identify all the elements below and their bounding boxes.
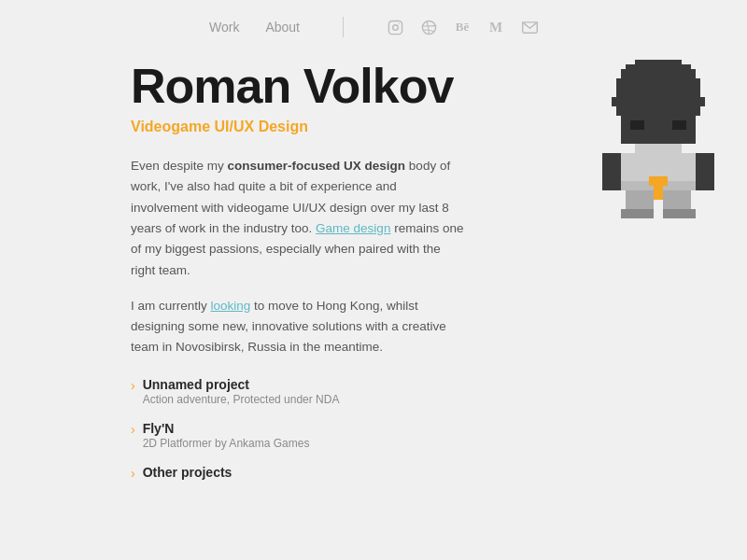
project-info: Other projects [143, 465, 233, 480]
svg-rect-14 [621, 130, 696, 144]
email-icon[interactable] [521, 19, 538, 35]
navbar: Work About Bē [0, 0, 747, 50]
description-1: Even despite my consumer-focused UX desi… [131, 156, 467, 281]
looking-link[interactable]: looking [211, 299, 251, 313]
subtitle: Videogame UI/UX Design [131, 119, 654, 135]
svg-rect-5 [635, 60, 682, 64]
projects-list: › Unnamed project Action adventure, Prot… [131, 377, 654, 481]
project-sub: Action adventure, Protected under NDA [143, 393, 340, 406]
svg-rect-13 [672, 120, 686, 130]
svg-rect-22 [663, 190, 691, 209]
svg-rect-16 [621, 153, 696, 162]
game-design-link[interactable]: Game design [316, 221, 390, 235]
svg-rect-6 [626, 64, 691, 69]
svg-rect-0 [388, 21, 402, 34]
project-info: Unnamed project Action adventure, Protec… [143, 377, 340, 406]
project-item[interactable]: › Other projects [131, 465, 654, 481]
project-name: Other projects [143, 465, 233, 480]
nav-links: Work About Bē [209, 17, 538, 37]
chevron-right-icon: › [131, 422, 135, 437]
svg-rect-7 [621, 69, 696, 78]
project-item[interactable]: › Fly'N 2D Platformer by Ankama Games [131, 421, 654, 450]
svg-rect-26 [696, 153, 714, 190]
svg-rect-19 [649, 176, 668, 186]
project-sub: 2D Platformer by Ankama Games [143, 437, 310, 450]
dribbble-icon[interactable] [420, 19, 437, 35]
bold-text: consumer-focused UX design [228, 159, 406, 173]
svg-rect-25 [602, 153, 621, 190]
page-title: Roman Volkov [131, 60, 654, 113]
medium-icon[interactable]: M [487, 19, 504, 35]
svg-rect-15 [635, 144, 682, 153]
svg-rect-21 [626, 190, 654, 209]
main-content: Roman Volkov Videogame UI/UX Design Even… [0, 50, 747, 496]
project-name: Unnamed project [143, 377, 340, 392]
project-item[interactable]: › Unnamed project Action adventure, Prot… [131, 377, 654, 406]
chevron-right-icon: › [131, 378, 135, 393]
chevron-right-icon: › [131, 466, 135, 481]
nav-about[interactable]: About [265, 20, 300, 35]
project-name: Fly'N [143, 421, 310, 436]
svg-rect-12 [630, 120, 644, 130]
content-left: Roman Volkov Videogame UI/UX Design Even… [131, 60, 654, 496]
nav-icons: Bē M [387, 19, 538, 35]
instagram-icon[interactable] [387, 19, 403, 35]
svg-rect-20 [654, 186, 663, 200]
nav-work[interactable]: Work [209, 20, 239, 35]
svg-rect-10 [616, 106, 700, 116]
pixel-art-character [598, 60, 719, 237]
svg-rect-23 [621, 209, 654, 218]
description-2: I am currently looking to move to Hong K… [131, 296, 467, 358]
svg-rect-8 [616, 78, 700, 97]
project-info: Fly'N 2D Platformer by Ankama Games [143, 421, 310, 450]
svg-rect-9 [612, 97, 705, 106]
svg-point-1 [392, 24, 398, 30]
behance-icon[interactable]: Bē [454, 19, 471, 35]
svg-rect-24 [663, 209, 696, 218]
svg-point-2 [398, 22, 399, 23]
nav-divider [343, 17, 344, 37]
